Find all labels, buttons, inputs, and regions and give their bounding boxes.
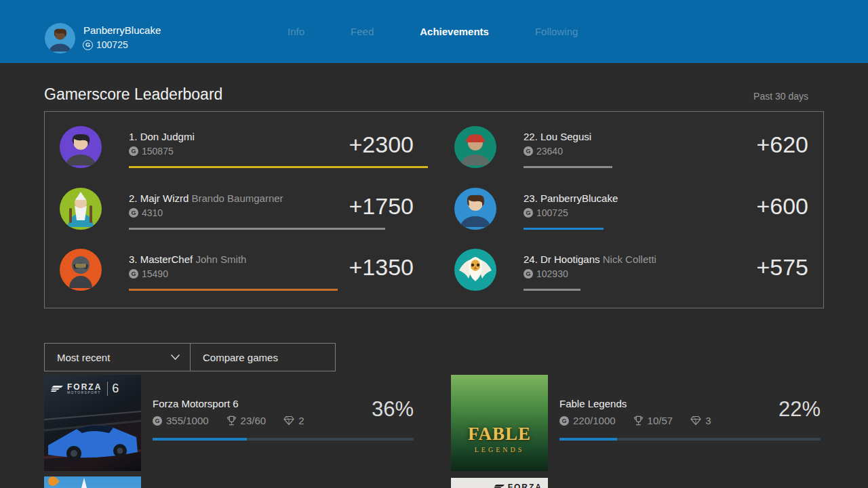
entry-progress-bar <box>524 166 612 168</box>
game-progress-track <box>153 438 414 441</box>
entry-gamertag: 24. Dr Hootigans <box>524 253 600 265</box>
leaderboard-entry[interactable]: 2. Majr Wizrd Brando Baumgarner G 4310 +… <box>60 188 414 231</box>
game-stats: G 220/1000 10/57 <box>559 415 711 426</box>
avatar <box>60 188 102 230</box>
compare-games-button[interactable]: Compare games <box>191 343 336 371</box>
gamerscore-icon: G <box>153 416 162 426</box>
gem-icon <box>283 415 294 426</box>
entry-gamerscore-value: 150875 <box>142 146 174 157</box>
game-boxart-partial-left[interactable] <box>44 476 141 488</box>
gamerscore-icon: G <box>129 208 138 218</box>
leaderboard-entry[interactable]: 24. Dr Hootigans Nick Colletti G 102930 … <box>454 249 808 292</box>
entry-gamertag: 22. Lou Segusi <box>524 131 591 142</box>
trophy-icon <box>633 415 644 426</box>
profile-achievements-page: PanberryBlucake G 100725 Info Feed Achie… <box>0 0 868 488</box>
tab-info[interactable]: Info <box>288 26 304 37</box>
tab-achievements[interactable]: Achievements <box>420 26 489 37</box>
tab-feed[interactable]: Feed <box>351 26 374 37</box>
avatar-figure-icon <box>60 188 102 230</box>
leaderboard-entry[interactable]: 22. Lou Segusi G 23640 +620 <box>454 126 808 169</box>
header-gamerscore: G 100725 <box>83 39 128 50</box>
entry-gamerscore-value: 23640 <box>536 146 563 157</box>
entry-realname: Brando Baumgarner <box>192 192 283 204</box>
entry-gamertag: 23. PanberryBlucake <box>524 192 618 204</box>
gamerscore-icon: G <box>559 416 569 426</box>
entry-delta: +1750 <box>349 193 414 220</box>
game-challenges-value: 3 <box>705 415 711 426</box>
entry-name: 23. PanberryBlucake <box>524 192 618 204</box>
entry-gamertag: 2. Majr Wizrd <box>129 192 189 204</box>
entry-gamerscore: G 23640 <box>524 146 563 157</box>
entry-name: 3. MasterChef John Smith <box>129 253 246 265</box>
entry-gamerscore-value: 15490 <box>142 268 168 279</box>
forza-wordmark: FORZA <box>508 483 542 488</box>
avatar <box>454 126 496 168</box>
entry-name: 22. Lou Segusi <box>524 131 591 142</box>
header-gamerscore-value: 100725 <box>96 39 128 50</box>
game-title: Fable Legends <box>559 398 627 409</box>
forza-wordmark: FORZA MOTORSPORT <box>67 384 102 394</box>
entry-gamerscore: G 150875 <box>129 146 174 157</box>
game-info[interactable]: Forza Motorsport 6 G 355/1000 23/60 <box>153 375 414 471</box>
avatar-figure-icon <box>454 249 496 291</box>
leaderboard-entry[interactable]: 1. Don Judgmi G 150875 +2300 <box>60 126 414 169</box>
gem-icon <box>690 415 701 426</box>
entry-realname: John Smith <box>195 253 246 265</box>
entry-progress-bar <box>524 289 580 291</box>
entry-gamertag: 1. Don Judgmi <box>129 131 195 142</box>
game-progress-fill <box>559 438 617 441</box>
forza-stripes-icon <box>494 485 505 488</box>
entry-gamertag: 3. MasterChef <box>129 253 193 265</box>
game-progress-fill <box>153 438 247 441</box>
game-boxart-partial-right[interactable]: FORZA <box>451 478 548 488</box>
game-stats: G 355/1000 23/60 <box>153 415 304 426</box>
game-boxart-forza-6[interactable]: FORZA MOTORSPORT 6 <box>44 375 141 471</box>
game-title: Forza Motorsport 6 <box>153 398 239 409</box>
game-achievements: 23/60 <box>226 415 267 426</box>
entry-gamerscore: G 4310 <box>129 207 163 218</box>
entry-delta: +575 <box>756 254 808 281</box>
avatar-figure-icon <box>60 126 102 168</box>
entry-progress-bar <box>524 228 604 230</box>
game-info[interactable]: Fable Legends G 220/1000 10/57 <box>559 375 821 471</box>
user-avatar[interactable] <box>45 23 75 54</box>
profile-tabs: Info Feed Achievements Following <box>288 0 578 63</box>
header-gamertag[interactable]: PanberryBlucake <box>83 24 161 36</box>
games-filter-row: Most recent Compare games <box>44 343 336 371</box>
entry-delta: +2300 <box>349 131 414 158</box>
forza-logo: FORZA <box>451 478 548 488</box>
forza-logo: FORZA MOTORSPORT 6 <box>44 375 141 396</box>
gamerscore-icon: G <box>129 146 138 156</box>
chevron-down-icon <box>170 354 180 361</box>
game-challenges: 3 <box>690 415 711 426</box>
forza-stripes-icon <box>51 386 63 392</box>
entry-progress-bar <box>129 228 385 230</box>
game-boxart-fable-legends[interactable]: FABLE LEGENDS <box>451 375 548 471</box>
page-title: Gamerscore Leaderboard <box>44 85 222 104</box>
game-gamerscore-value: 220/1000 <box>573 415 616 426</box>
game-achievements-value: 23/60 <box>241 415 267 426</box>
gamerscore-icon: G <box>524 146 533 156</box>
avatar <box>60 249 102 291</box>
leaderboard-panel: 1. Don Judgmi G 150875 +2300 22. Lou Se <box>44 111 824 308</box>
entry-gamerscore: G 102930 <box>524 268 568 279</box>
leaderboard-entry[interactable]: 23. PanberryBlucake G 100725 +600 <box>454 188 808 231</box>
game-challenges-value: 2 <box>298 415 304 426</box>
entry-progress-bar <box>129 166 428 168</box>
entry-realname: Nick Colletti <box>603 253 656 265</box>
leaderboard-period: Past 30 days <box>753 91 808 102</box>
game-challenges: 2 <box>283 415 304 426</box>
profile-header: PanberryBlucake G 100725 Info Feed Achie… <box>0 0 868 63</box>
avatar <box>454 188 496 230</box>
leaderboard-entry[interactable]: 3. MasterChef John Smith G 15490 +1350 <box>60 249 414 292</box>
entry-name: 2. Majr Wizrd Brando Baumgarner <box>129 192 283 204</box>
sort-dropdown-value: Most recent <box>57 352 110 363</box>
tab-following[interactable]: Following <box>535 26 578 37</box>
sort-dropdown[interactable]: Most recent <box>44 343 191 371</box>
entry-delta: +1350 <box>349 254 414 281</box>
fable-wordmark: FABLE <box>468 424 531 445</box>
fable-sub-wordmark: LEGENDS <box>475 446 525 453</box>
game-gamerscore: G 355/1000 <box>153 415 209 426</box>
gamerscore-icon: G <box>524 269 533 279</box>
gamerscore-icon: G <box>83 40 93 50</box>
